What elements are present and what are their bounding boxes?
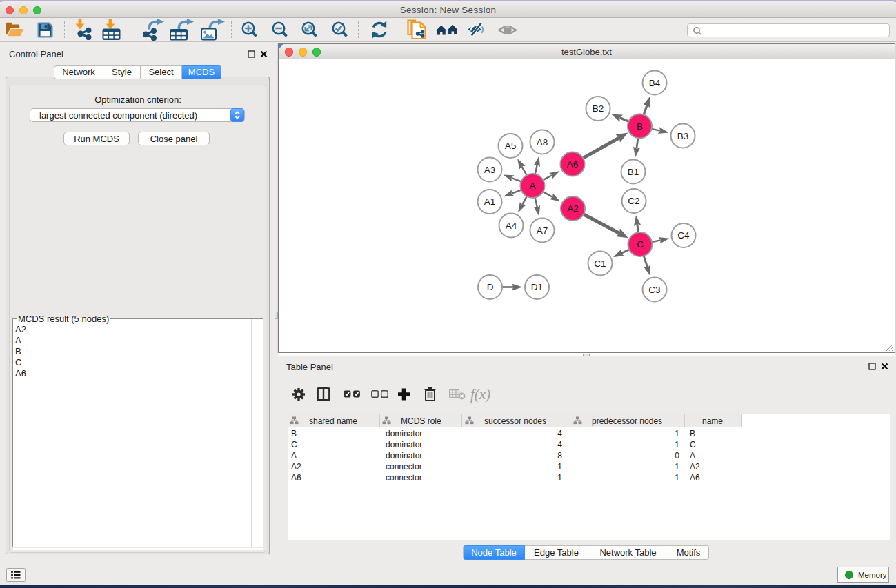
- svg-text:A5: A5: [505, 141, 517, 151]
- svg-text:C2: C2: [628, 196, 639, 206]
- svg-text:A6: A6: [567, 159, 579, 170]
- svg-text:B1: B1: [628, 167, 639, 177]
- svg-text:A3: A3: [484, 165, 496, 175]
- svg-text:D: D: [487, 282, 494, 292]
- svg-text:C3: C3: [648, 285, 660, 295]
- svg-text:B4: B4: [649, 78, 661, 88]
- svg-text:A4: A4: [506, 221, 517, 231]
- svg-text:B: B: [637, 121, 643, 132]
- svg-text:A1: A1: [484, 196, 496, 207]
- svg-text:B3: B3: [677, 131, 689, 141]
- svg-text:A8: A8: [537, 137, 548, 148]
- svg-text:C1: C1: [594, 258, 606, 269]
- svg-text:A2: A2: [567, 203, 579, 214]
- svg-text:C4: C4: [677, 230, 690, 241]
- svg-text:D1: D1: [531, 282, 543, 292]
- svg-text:C: C: [637, 239, 644, 250]
- svg-text:A: A: [529, 181, 535, 191]
- svg-text:A7: A7: [537, 225, 548, 236]
- svg-text:B2: B2: [593, 103, 604, 114]
